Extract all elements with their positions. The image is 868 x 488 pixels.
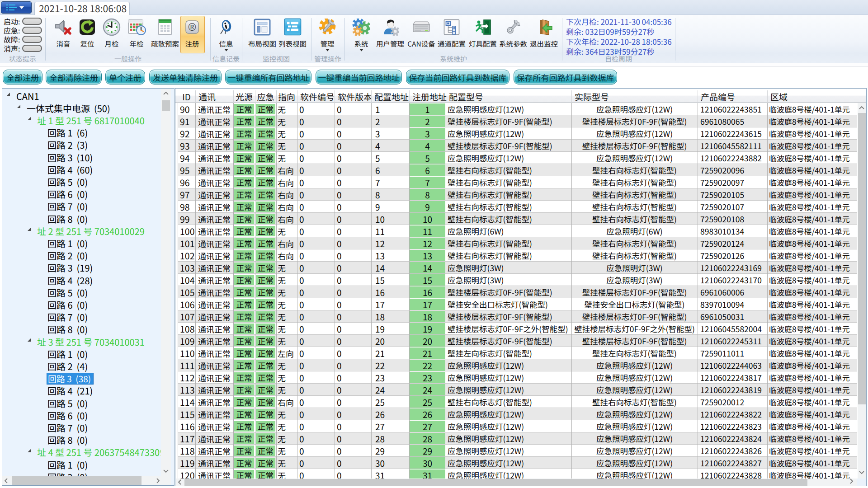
svg-text:®: ®	[189, 21, 196, 33]
